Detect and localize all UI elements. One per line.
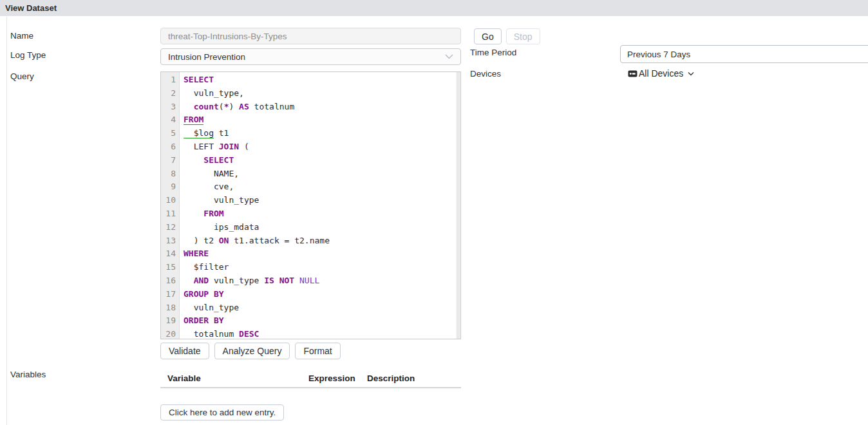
code-line[interactable]: $log t1: [180, 127, 456, 140]
query-label: Query: [10, 71, 34, 81]
name-input[interactable]: [160, 28, 461, 44]
devices-dropdown[interactable]: All Devices: [628, 68, 694, 79]
chevron-down-icon: [445, 54, 453, 59]
variables-label: Variables: [10, 370, 46, 379]
stop-button[interactable]: Stop: [506, 28, 540, 44]
time-period-input[interactable]: [620, 45, 868, 63]
line-number: 3: [161, 100, 179, 114]
column-header-variable: Variable: [160, 373, 308, 383]
query-editor-lines[interactable]: SELECT vuln_type, count(*) AS totalnumFR…: [180, 72, 456, 339]
chevron-down-icon: [688, 71, 694, 76]
line-number: 17: [161, 288, 179, 301]
code-line[interactable]: $filter: [180, 261, 456, 274]
line-number: 7: [161, 154, 179, 167]
variables-table-header: Variable Expression Description: [160, 369, 461, 388]
line-number: 8: [161, 167, 179, 181]
code-line[interactable]: SELECT: [180, 154, 456, 167]
line-number: 19: [161, 314, 179, 328]
line-number: 16: [161, 274, 179, 288]
analyze-query-button[interactable]: Analyze Query: [214, 343, 290, 359]
code-line[interactable]: FROM: [180, 207, 456, 221]
page-header: View Dataset: [0, 0, 868, 16]
go-button[interactable]: Go: [474, 28, 502, 44]
line-number: 18: [161, 301, 179, 315]
query-actions: Validate Analyze Query Format: [160, 343, 341, 359]
line-number: 11: [161, 207, 179, 221]
view-dataset-page: View Dataset Name Log Type Query Variabl…: [0, 0, 868, 425]
panel-left-border: [6, 17, 7, 425]
code-line[interactable]: vuln_type: [180, 194, 456, 207]
code-line[interactable]: GROUP BY: [180, 288, 456, 301]
log-type-label: Log Type: [10, 50, 46, 60]
code-line[interactable]: cve,: [180, 180, 456, 194]
line-number: 4: [161, 113, 179, 127]
code-line[interactable]: NAME,: [180, 167, 456, 181]
code-line[interactable]: vuln_type: [180, 301, 456, 315]
line-number: 12: [161, 221, 179, 234]
run-controls: Go Stop: [474, 28, 540, 44]
line-number: 10: [161, 194, 179, 207]
code-line[interactable]: ) t2 ON t1.attack = t2.name: [180, 234, 456, 248]
code-line[interactable]: ORDER BY: [180, 314, 456, 328]
line-number: 20: [161, 328, 179, 341]
devices-label: Devices: [470, 69, 501, 79]
devices-value: All Devices: [639, 68, 683, 79]
code-line[interactable]: WHERE: [180, 247, 456, 261]
line-number: 14: [161, 247, 179, 261]
page-title: View Dataset: [5, 3, 57, 13]
line-number: 5: [161, 127, 179, 140]
time-period-label: Time Period: [470, 48, 516, 57]
code-line[interactable]: totalnum DESC: [180, 328, 456, 339]
line-number: 2: [161, 87, 179, 100]
line-number: 9: [161, 180, 179, 194]
format-button[interactable]: Format: [295, 343, 340, 359]
query-editor-gutter: 1234567891011121314151617181920: [161, 72, 180, 339]
line-number: 15: [161, 261, 179, 274]
device-icon: [628, 70, 637, 77]
query-editor[interactable]: 1234567891011121314151617181920 SELECT v…: [160, 71, 461, 339]
code-line[interactable]: count(*) AS totalnum: [180, 100, 456, 114]
log-type-value: Intrusion Prevention: [168, 52, 245, 62]
line-number: 1: [161, 73, 179, 87]
code-line[interactable]: FROM: [180, 113, 456, 127]
column-header-description: Description: [367, 373, 461, 383]
line-number: 13: [161, 234, 179, 248]
editor-scrollbar[interactable]: [456, 72, 460, 339]
name-label: Name: [10, 31, 33, 41]
validate-button[interactable]: Validate: [160, 343, 209, 359]
code-line[interactable]: LEFT JOIN (: [180, 140, 456, 154]
column-header-expression: Expression: [308, 373, 367, 383]
code-line[interactable]: vuln_type,: [180, 87, 456, 100]
line-number: 6: [161, 140, 179, 154]
code-line[interactable]: ips_mdata: [180, 221, 456, 234]
code-line[interactable]: SELECT: [180, 73, 456, 87]
code-line[interactable]: AND vuln_type IS NOT NULL: [180, 274, 456, 288]
log-type-select[interactable]: Intrusion Prevention: [160, 48, 461, 65]
add-entry-button[interactable]: Click here to add new entry.: [160, 404, 284, 420]
